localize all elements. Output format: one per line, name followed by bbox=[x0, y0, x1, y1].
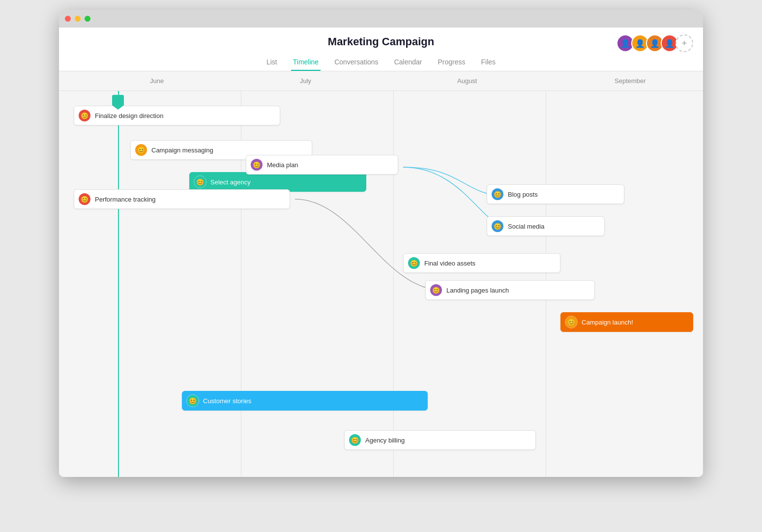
task-media-plan[interactable]: 😊 Media plan bbox=[246, 155, 398, 175]
app-window: Marketing Campaign 👤 👤 👤 👤 + List Timeli… bbox=[59, 10, 703, 477]
avatar-group: 👤 👤 👤 👤 + bbox=[616, 34, 693, 52]
task-avatar-blog: 😊 bbox=[491, 188, 504, 201]
close-button[interactable] bbox=[65, 16, 71, 22]
task-avatar-social: 😊 bbox=[491, 220, 504, 233]
month-august: August bbox=[457, 77, 477, 85]
tab-list[interactable]: List bbox=[264, 54, 279, 71]
task-avatar-landing: 😊 bbox=[430, 284, 442, 296]
month-september: September bbox=[615, 77, 646, 85]
add-member-button[interactable]: + bbox=[675, 34, 693, 52]
titlebar bbox=[59, 10, 703, 28]
tab-conversations[interactable]: Conversations bbox=[332, 54, 381, 71]
timeline-area: June July August September � bbox=[59, 71, 703, 477]
task-campaign-launch[interactable]: 😊 Campaign launch! bbox=[560, 312, 693, 332]
tab-files[interactable]: Files bbox=[479, 54, 498, 71]
minimize-button[interactable] bbox=[75, 16, 81, 22]
task-avatar-perf: 😊 bbox=[78, 193, 91, 206]
task-avatar-billing: 😊 bbox=[349, 434, 361, 446]
month-headers: June July August September bbox=[59, 71, 703, 91]
connectors-svg bbox=[59, 71, 703, 477]
tab-progress[interactable]: Progress bbox=[436, 54, 467, 71]
task-landing-pages[interactable]: 😊 Landing pages launch bbox=[425, 280, 595, 300]
tab-calendar[interactable]: Calendar bbox=[392, 54, 424, 71]
task-avatar-video: 😊 bbox=[408, 257, 420, 269]
task-final-video[interactable]: 😊 Final video assets bbox=[403, 253, 560, 273]
task-blog-posts[interactable]: 😊 Blog posts bbox=[487, 184, 624, 204]
maximize-button[interactable] bbox=[85, 16, 90, 22]
page-title: Marketing Campaign bbox=[59, 35, 703, 48]
task-avatar-customer: 😊 bbox=[186, 394, 199, 407]
task-avatar-media-plan: 😊 bbox=[250, 158, 263, 171]
app-header: Marketing Campaign 👤 👤 👤 👤 + List Timeli… bbox=[59, 28, 703, 71]
task-avatar-campaign-msg: 😊 bbox=[135, 144, 147, 156]
task-select-agency[interactable]: 😊 Select agency bbox=[189, 172, 366, 192]
task-avatar-launch: 😊 bbox=[565, 316, 578, 328]
month-june: June bbox=[150, 77, 164, 85]
task-avatar-finalize: 😊 bbox=[78, 109, 91, 122]
task-customer-stories[interactable]: 😊 Customer stories bbox=[182, 391, 428, 411]
task-finalize-design[interactable]: 😊 Finalize design direction bbox=[74, 106, 280, 125]
timeline-line bbox=[118, 91, 119, 477]
tab-timeline[interactable]: Timeline bbox=[291, 54, 321, 71]
task-performance-tracking[interactable]: 😊 Performance tracking bbox=[74, 189, 290, 209]
month-july: July bbox=[300, 77, 311, 85]
nav-tabs: List Timeline Conversations Calendar Pro… bbox=[59, 54, 703, 71]
task-social-media[interactable]: 😊 Social media bbox=[487, 216, 605, 236]
task-agency-billing[interactable]: 😊 Agency billing bbox=[344, 430, 536, 450]
divider-july bbox=[393, 91, 394, 477]
task-avatar-select-agency: 😊 bbox=[194, 176, 206, 188]
